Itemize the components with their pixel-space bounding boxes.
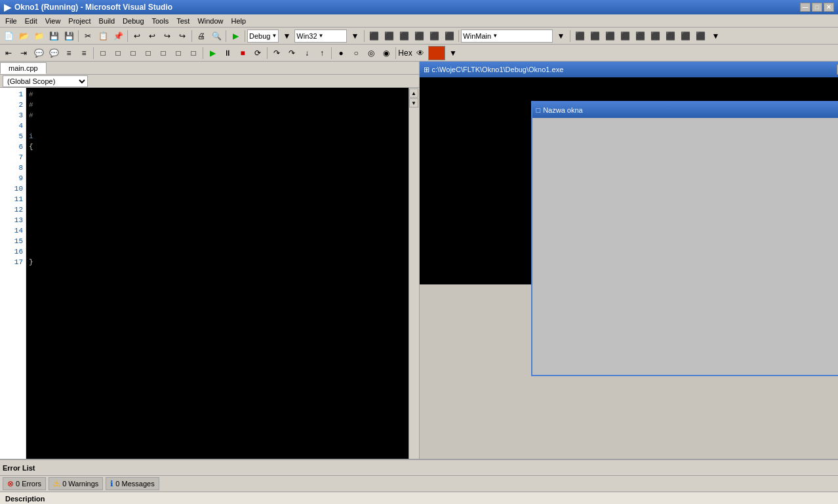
- outdent-btn[interactable]: ⇥: [16, 46, 31, 60]
- platform-arrow[interactable]: ▼: [348, 29, 362, 43]
- filter-errors-btn[interactable]: ⊗ 0 Errors: [3, 477, 46, 490]
- format-btn[interactable]: ≡: [62, 46, 76, 60]
- dbg-hex-btn[interactable]: Hex: [398, 46, 412, 60]
- comment-btn[interactable]: 💬: [31, 46, 46, 60]
- close-button[interactable]: ✕: [824, 3, 834, 12]
- dbg-color-btn[interactable]: [428, 46, 445, 60]
- scroll-down-arrow[interactable]: ▼: [409, 98, 418, 107]
- menu-help[interactable]: Help: [228, 16, 250, 26]
- extras-btn[interactable]: ⬛: [572, 29, 587, 43]
- undo2-button[interactable]: ↩: [145, 29, 159, 43]
- toolbar-btn1[interactable]: ⬛: [367, 29, 381, 43]
- menu-test[interactable]: Test: [172, 16, 193, 26]
- dbg-bp2-btn[interactable]: ○: [349, 46, 363, 60]
- extras-btn8[interactable]: ⬛: [678, 29, 692, 43]
- code-line-8: [29, 163, 406, 173]
- dbg-step-out-btn[interactable]: ↑: [315, 46, 329, 60]
- dbg-run-btn[interactable]: ▶: [205, 46, 220, 60]
- extras-btn9[interactable]: ⬛: [693, 29, 708, 43]
- block-btn4[interactable]: □: [141, 46, 155, 60]
- scroll-up-arrow[interactable]: ▲: [409, 88, 418, 98]
- chevron-down-icon[interactable]: ▼: [708, 29, 723, 43]
- format2-btn[interactable]: ≡: [77, 46, 91, 60]
- debug-toolbar: ⇤ ⇥ 💬 💬 ≡ ≡ □ □ □ □ □ □ □ ▶ ⏸ ■ ⟳ ↷ ↷ ↓ …: [0, 45, 838, 62]
- code-line-6: {: [29, 142, 406, 152]
- find-button[interactable]: 🔍: [209, 29, 224, 43]
- block-btn6[interactable]: □: [171, 46, 186, 60]
- extras-btn4[interactable]: ⬛: [618, 29, 632, 43]
- separator4: [226, 30, 226, 42]
- menu-edit[interactable]: Edit: [21, 16, 41, 26]
- dbg-restart-btn[interactable]: ⟳: [250, 46, 265, 60]
- block-btn2[interactable]: □: [111, 46, 125, 60]
- new-button[interactable]: 📄: [1, 29, 16, 43]
- platform-dropdown[interactable]: Win32 ▼: [294, 29, 347, 43]
- paste-button[interactable]: 📌: [111, 29, 125, 43]
- extras-btn2[interactable]: ⬛: [588, 29, 602, 43]
- vertical-scrollbar[interactable]: ▲ ▼: [409, 88, 419, 459]
- extras-btn5[interactable]: ⬛: [633, 29, 647, 43]
- redo-button[interactable]: ↪: [160, 29, 174, 43]
- debug-window-title: c:\WojeC\FLTK\Okno1\Debug\Okno1.exe: [432, 66, 837, 73]
- extras-btn6[interactable]: ⬛: [648, 29, 662, 43]
- debug-arrow[interactable]: ▼: [279, 29, 294, 43]
- toolbar-btn6[interactable]: ⬛: [442, 29, 456, 43]
- block-btn3[interactable]: □: [126, 46, 140, 60]
- dbg-step-into-btn[interactable]: ↓: [300, 46, 314, 60]
- dbg-chevron-icon[interactable]: ▼: [446, 46, 460, 60]
- toolbar-btn2[interactable]: ⬛: [382, 29, 396, 43]
- dbg-bp4-btn[interactable]: ◉: [379, 46, 393, 60]
- uncomment-btn[interactable]: 💬: [47, 46, 61, 60]
- menu-debug[interactable]: Debug: [119, 16, 148, 26]
- minimize-button[interactable]: —: [800, 3, 810, 12]
- block-btn5[interactable]: □: [156, 46, 170, 60]
- menu-build[interactable]: Build: [95, 16, 119, 26]
- menu-tools[interactable]: Tools: [148, 16, 173, 26]
- block-btn1[interactable]: □: [96, 46, 110, 60]
- toolbar-btn4[interactable]: ⬛: [412, 29, 426, 43]
- dbg-stop-btn[interactable]: ■: [235, 46, 250, 60]
- save-all-button[interactable]: 💾: [62, 29, 76, 43]
- function-dropdown[interactable]: WinMain ▼: [461, 29, 553, 43]
- dbg-pause-btn[interactable]: ⏸: [220, 46, 235, 60]
- separator2: [127, 30, 128, 42]
- save-button[interactable]: 💾: [47, 29, 61, 43]
- open2-button[interactable]: 📁: [31, 29, 46, 43]
- tab-main-cpp[interactable]: main.cpp: [0, 62, 47, 74]
- toolbar-btn5[interactable]: ⬛: [427, 29, 441, 43]
- menu-file[interactable]: File: [1, 16, 21, 26]
- scope-dropdown[interactable]: (Global Scope): [3, 75, 88, 87]
- extras-btn7[interactable]: ⬛: [663, 29, 677, 43]
- run-button[interactable]: ▶: [228, 29, 243, 43]
- filter-warnings-btn[interactable]: ⚠ 0 Warnings: [49, 477, 103, 490]
- toolbar-btn3[interactable]: ⬛: [397, 29, 411, 43]
- menu-view[interactable]: View: [41, 16, 65, 26]
- dbg-step-over2-btn[interactable]: ↷: [285, 46, 299, 60]
- code-line-2: #: [29, 100, 406, 110]
- dbg-step-over-btn[interactable]: ↷: [269, 46, 284, 60]
- extras-btn3[interactable]: ⬛: [603, 29, 617, 43]
- menu-project[interactable]: Project: [64, 16, 94, 26]
- print-button[interactable]: 🖨: [194, 29, 209, 43]
- separator3: [191, 30, 192, 42]
- block-btn7[interactable]: □: [186, 46, 201, 60]
- restore-button[interactable]: □: [812, 3, 822, 12]
- error-icon: ⊗: [7, 479, 14, 488]
- code-area[interactable]: # # # i { }: [26, 88, 409, 459]
- copy-button[interactable]: 📋: [96, 29, 110, 43]
- menu-window[interactable]: Window: [193, 16, 227, 26]
- redo2-button[interactable]: ↪: [175, 29, 190, 43]
- dbg-watch-btn[interactable]: 👁: [413, 46, 428, 60]
- error-count-label: 0 Errors: [16, 480, 41, 488]
- debug-mode-dropdown[interactable]: Debug ▼: [247, 29, 279, 43]
- undo-button[interactable]: ↩: [130, 29, 144, 43]
- indent-btn[interactable]: ⇤: [1, 46, 16, 60]
- dbg-bp3-btn[interactable]: ◎: [364, 46, 378, 60]
- cut-button[interactable]: ✂: [81, 29, 95, 43]
- func-arrow[interactable]: ▼: [553, 29, 568, 43]
- open-button[interactable]: 📂: [16, 29, 31, 43]
- dbg-bp-btn[interactable]: ●: [334, 46, 348, 60]
- code-line-1: #: [29, 89, 406, 100]
- filter-messages-btn[interactable]: ℹ 0 Messages: [106, 477, 159, 490]
- line-num-1: 1: [0, 89, 26, 100]
